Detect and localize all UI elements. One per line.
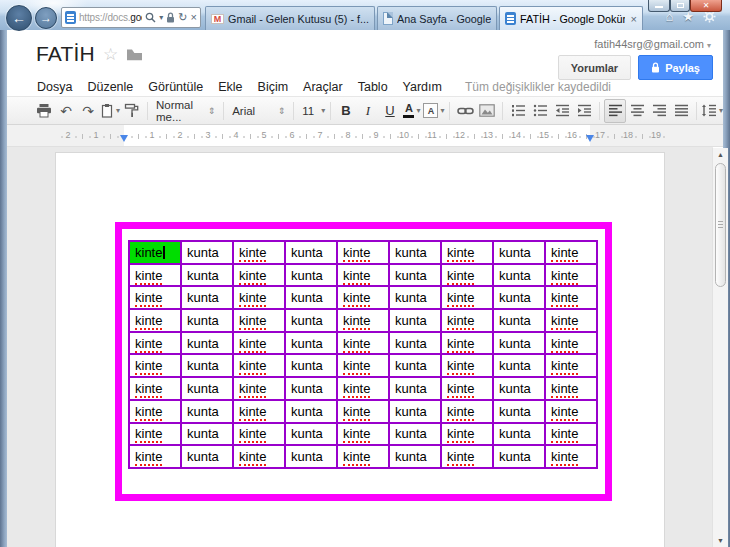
bullet-list-button[interactable]: [529, 99, 551, 123]
table-cell[interactable]: kunta: [389, 264, 441, 287]
table-cell[interactable]: kunta: [493, 445, 545, 468]
table-cell[interactable]: kinte: [441, 241, 493, 264]
table-cell[interactable]: kinte: [441, 332, 493, 355]
menu-yardim[interactable]: Yardım: [403, 80, 442, 94]
tab-close-icon[interactable]: ×: [631, 13, 637, 25]
table-cell[interactable]: kinte: [233, 264, 285, 287]
table-cell[interactable]: kinte: [337, 354, 389, 377]
table-cell[interactable]: kinte: [545, 377, 597, 400]
table-cell[interactable]: kunta: [285, 423, 337, 446]
table-cell[interactable]: kinte: [233, 354, 285, 377]
table-cell[interactable]: kinte: [233, 309, 285, 332]
table-cell[interactable]: kinte: [233, 332, 285, 355]
table-cell[interactable]: kinte: [441, 264, 493, 287]
table-cell[interactable]: kunta: [493, 286, 545, 309]
tab-fatih-active[interactable]: FATİH - Google Doküma... ×: [499, 6, 643, 30]
table-cell[interactable]: kinte: [545, 332, 597, 355]
table-cell[interactable]: kunta: [285, 264, 337, 287]
table-cell[interactable]: kinte: [233, 377, 285, 400]
bold-button[interactable]: B: [335, 99, 357, 123]
align-left-button[interactable]: [604, 99, 626, 123]
numbered-list-button[interactable]: [507, 99, 529, 123]
table-cell[interactable]: kinte: [233, 423, 285, 446]
document-title[interactable]: FATİH: [36, 42, 95, 66]
star-toggle-icon[interactable]: ☆: [103, 44, 118, 65]
table-cell[interactable]: kunta: [389, 400, 441, 423]
table-cell[interactable]: kinte: [441, 354, 493, 377]
menu-tablo[interactable]: Tablo: [358, 80, 388, 94]
table-cell[interactable]: kinte: [545, 264, 597, 287]
table-cell[interactable]: kinte: [129, 286, 181, 309]
tab-gmail[interactable]: M Gmail - Gelen Kutusu (5) - f...: [205, 6, 375, 30]
table-cell[interactable]: kunta: [285, 445, 337, 468]
undo-button[interactable]: ↶: [55, 99, 77, 123]
account-menu[interactable]: fatih44srg@gmail.com ▾: [594, 38, 711, 50]
search-icon[interactable]: [145, 12, 156, 23]
table-cell[interactable]: kunta: [181, 445, 233, 468]
italic-button[interactable]: I: [357, 99, 379, 123]
table-cell[interactable]: kunta: [493, 377, 545, 400]
table-cell[interactable]: kinte: [441, 377, 493, 400]
table-cell[interactable]: kunta: [493, 332, 545, 355]
tab-docs-home[interactable]: Ana Sayfa - Google Doküm...: [377, 6, 497, 30]
scroll-down-icon[interactable]: ▼: [713, 537, 728, 544]
address-bar[interactable]: https://docs.google.c... ▾ ↻ ×: [61, 7, 201, 28]
folder-icon[interactable]: [126, 48, 143, 61]
insert-image-button[interactable]: [476, 99, 498, 123]
left-indent-marker[interactable]: [120, 135, 128, 142]
table-cell[interactable]: kunta: [493, 423, 545, 446]
table-cell[interactable]: kinte: [545, 400, 597, 423]
table-cell[interactable]: kinte: [441, 309, 493, 332]
table-cell[interactable]: kinte: [233, 445, 285, 468]
table-cell[interactable]: kinte: [337, 332, 389, 355]
comments-button[interactable]: Yorumlar: [558, 55, 631, 80]
table-cell[interactable]: kinte: [545, 309, 597, 332]
table-cell[interactable]: kinte: [129, 445, 181, 468]
paint-format-button[interactable]: [121, 99, 143, 123]
align-right-button[interactable]: [648, 99, 670, 123]
table-cell[interactable]: kunta: [181, 286, 233, 309]
table-cell[interactable]: kinte: [545, 286, 597, 309]
table-cell[interactable]: kunta: [181, 423, 233, 446]
table-cell[interactable]: kunta: [389, 309, 441, 332]
table-cell[interactable]: kunta: [285, 400, 337, 423]
highlight-color-button[interactable]: A ▾: [423, 99, 445, 123]
menu-dosya[interactable]: Dosya: [37, 80, 72, 94]
table-cell[interactable]: kunta: [181, 332, 233, 355]
table-cell[interactable]: kinte: [233, 286, 285, 309]
forward-button[interactable]: →: [35, 7, 57, 29]
underline-button[interactable]: U: [379, 99, 401, 123]
table-cell[interactable]: kunta: [389, 377, 441, 400]
increase-indent-button[interactable]: [573, 99, 595, 123]
align-center-button[interactable]: [626, 99, 648, 123]
table-cell[interactable]: kinte: [441, 286, 493, 309]
table-cell[interactable]: kunta: [181, 377, 233, 400]
table-cell[interactable]: kinte: [545, 423, 597, 446]
table-cell[interactable]: kunta: [181, 241, 233, 264]
paste-button[interactable]: ▾: [99, 99, 121, 123]
font-size-dropdown[interactable]: 11▾: [298, 99, 326, 123]
table-cell[interactable]: kinte: [337, 309, 389, 332]
table-cell[interactable]: kunta: [493, 354, 545, 377]
table-cell[interactable]: kunta: [389, 241, 441, 264]
table-cell[interactable]: kinte: [337, 241, 389, 264]
table-cell[interactable]: kinte: [233, 241, 285, 264]
scrollbar-thumb[interactable]: [715, 163, 726, 287]
table-cell[interactable]: kinte: [129, 264, 181, 287]
table-cell[interactable]: kunta: [389, 286, 441, 309]
stop-icon[interactable]: ×: [191, 12, 197, 23]
table-cell[interactable]: kunta: [389, 332, 441, 355]
table-cell[interactable]: kunta: [493, 309, 545, 332]
table-cell[interactable]: kinte: [129, 377, 181, 400]
table-cell[interactable]: kinte: [129, 309, 181, 332]
table-cell[interactable]: kunta: [285, 354, 337, 377]
table-cell[interactable]: kunta: [285, 241, 337, 264]
table-cell[interactable]: kunta: [389, 354, 441, 377]
search-dropdown-icon[interactable]: ▾: [159, 14, 163, 22]
menu-araclar[interactable]: Araçlar: [303, 80, 343, 94]
table-cell[interactable]: kunta: [181, 309, 233, 332]
table-cell[interactable]: kinte: [337, 377, 389, 400]
table-cell[interactable]: kinte: [337, 264, 389, 287]
right-indent-marker[interactable]: [586, 135, 594, 142]
print-button[interactable]: [33, 99, 55, 123]
